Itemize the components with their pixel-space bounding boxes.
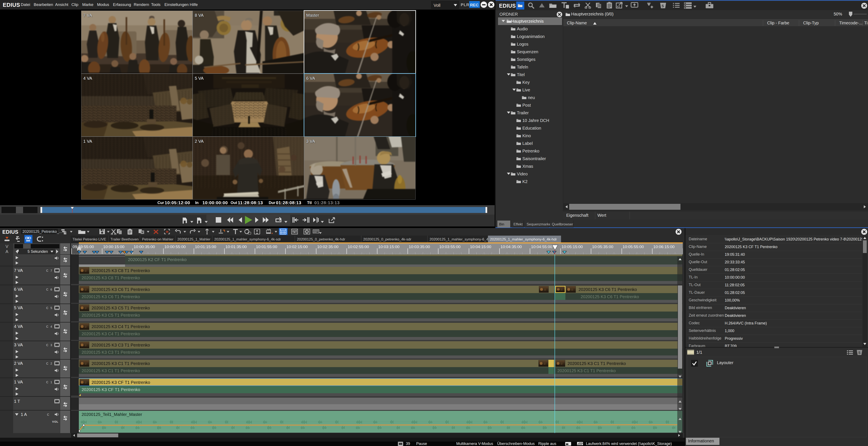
svg-text:S: S bbox=[858, 351, 861, 355]
svg-text:S: S bbox=[661, 4, 664, 8]
svg-text:K2: K2 bbox=[617, 5, 620, 8]
